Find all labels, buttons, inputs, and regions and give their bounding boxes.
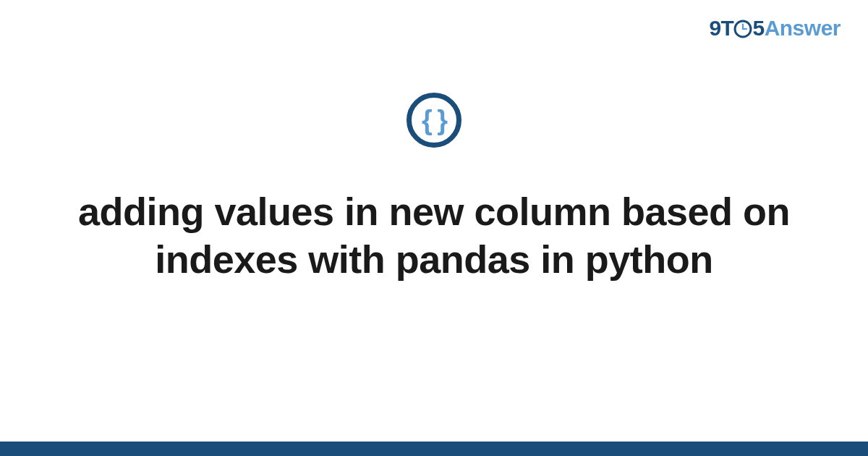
logo-text-5: 5 xyxy=(752,16,764,40)
braces-glyph: { } xyxy=(422,106,446,134)
clock-icon xyxy=(733,20,752,38)
code-braces-icon: { } xyxy=(407,93,461,148)
logo-text-answer: Answer xyxy=(765,16,841,40)
category-icon: { } xyxy=(407,93,461,148)
logo-text-9t: 9T xyxy=(709,16,733,40)
footer-bar xyxy=(0,442,868,456)
site-logo: 9T5Answer xyxy=(709,16,841,41)
page-title: adding values in new column based on ind… xyxy=(43,188,825,284)
